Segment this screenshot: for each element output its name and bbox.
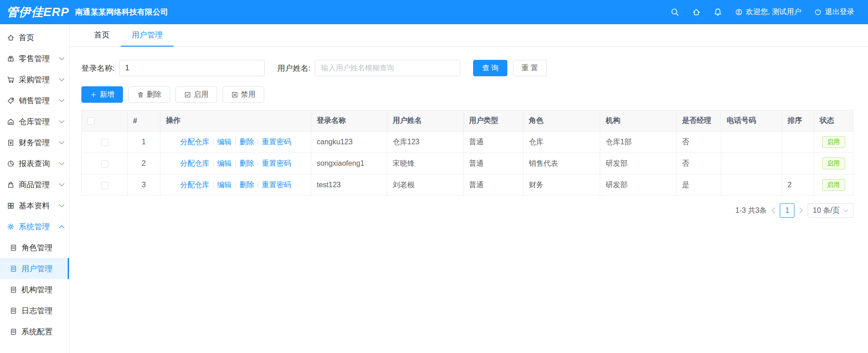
cell-org: 研发部 — [600, 174, 676, 196]
status-badge: 启用 — [822, 179, 845, 191]
sidebar-item-logs[interactable]: 日志管理 — [0, 300, 69, 321]
login-name-input[interactable] — [119, 60, 265, 76]
row-checkbox[interactable] — [101, 160, 108, 168]
edit-link[interactable]: 编辑 — [217, 138, 232, 146]
disable-button-label: 禁用 — [241, 90, 256, 100]
sidebar-item-label: 基本资料 — [19, 200, 50, 211]
sidebar-item-label: 系统管理 — [19, 221, 50, 232]
col-user-name: 用户姓名 — [387, 111, 463, 132]
sidebar-item-finance[interactable]: 财务管理 — [0, 132, 69, 153]
content: 登录名称: 用户姓名: 查 询 重 置 新增 删除 启用 — [69, 47, 868, 218]
chevron-left-icon — [771, 207, 775, 214]
tag-icon — [7, 97, 15, 105]
top-bar: 管伊佳ERP 南通某某网络科技有限公司 欢迎您, 测试用户 退出登录 — [0, 0, 868, 24]
gear-icon — [7, 223, 15, 231]
sidebar-item-retail[interactable]: 零售管理 — [0, 48, 69, 69]
user-circle-icon — [735, 8, 743, 16]
user-name-input[interactable] — [315, 60, 460, 76]
chevron-down-icon — [59, 120, 64, 123]
sidebar-item-warehouse[interactable]: 仓库管理 — [0, 111, 69, 132]
cell-name: 刘老根 — [387, 174, 463, 196]
cell-actions: 分配仓库编辑删除重置密码 — [160, 174, 311, 196]
reset-password-link[interactable]: 重置密码 — [262, 181, 291, 189]
col-is-manager: 是否经理 — [676, 111, 721, 132]
logout-button[interactable]: 退出登录 — [814, 7, 854, 17]
assign-warehouse-link[interactable]: 分配仓库 — [180, 159, 209, 167]
edit-link[interactable]: 编辑 — [217, 159, 232, 167]
delete-button[interactable]: 删除 — [128, 86, 170, 103]
toolbar: 新增 删除 启用 禁用 — [81, 86, 853, 103]
select-all-checkbox[interactable] — [87, 117, 95, 125]
row-checkbox[interactable] — [101, 182, 108, 189]
page-number-button[interactable]: 1 — [780, 203, 794, 218]
tab-home[interactable]: 首页 — [83, 24, 121, 47]
sidebar-item-users[interactable]: 用户管理 — [0, 258, 69, 279]
logout-icon — [814, 8, 822, 16]
document-icon — [10, 328, 17, 336]
divider — [258, 161, 258, 167]
login-name-label: 登录名称: — [81, 63, 115, 74]
reset-password-link[interactable]: 重置密码 — [262, 159, 291, 167]
sidebar-item-sales[interactable]: 销售管理 — [0, 90, 69, 111]
row-checkbox[interactable] — [101, 139, 108, 146]
edit-link[interactable]: 编辑 — [217, 181, 232, 189]
sidebar-item-home[interactable]: 首页 — [0, 27, 69, 48]
cell-phone — [721, 132, 782, 153]
delete-link[interactable]: 删除 — [240, 159, 254, 167]
finance-icon — [7, 139, 15, 147]
add-button[interactable]: 新增 — [81, 86, 123, 103]
divider — [258, 139, 258, 145]
assign-warehouse-link[interactable]: 分配仓库 — [180, 181, 209, 189]
sidebar-item-orgs[interactable]: 机构管理 — [0, 279, 69, 300]
home-icon[interactable] — [692, 8, 701, 16]
tab-bar: 首页 用户管理 — [69, 24, 868, 47]
delete-link[interactable]: 删除 — [240, 181, 254, 189]
divider — [258, 182, 258, 188]
divider — [213, 182, 213, 188]
status-badge: 启用 — [822, 136, 845, 148]
reset-button[interactable]: 重 置 — [513, 60, 547, 76]
pagination: 1-3 共3条 1 10 条/页 — [81, 203, 853, 218]
trash-icon — [137, 91, 144, 98]
tab-user-management[interactable]: 用户管理 — [121, 24, 174, 47]
delete-link[interactable]: 删除 — [240, 138, 254, 146]
divider — [213, 139, 213, 145]
cell-phone — [721, 174, 782, 196]
warehouse-icon — [7, 118, 15, 126]
page-size-select[interactable]: 10 条/页 — [808, 203, 853, 218]
sidebar-item-label: 角色管理 — [21, 242, 53, 253]
sidebar-item-system[interactable]: 系统管理 — [0, 216, 69, 237]
status-badge: 启用 — [822, 158, 845, 169]
user-welcome[interactable]: 欢迎您, 测试用户 — [735, 7, 801, 17]
sidebar-item-label: 销售管理 — [19, 95, 50, 106]
chevron-down-icon — [59, 183, 64, 186]
col-org: 机构 — [600, 111, 676, 132]
search-icon[interactable] — [671, 8, 679, 16]
sidebar-item-purchase[interactable]: 采购管理 — [0, 69, 69, 90]
next-page-button[interactable] — [799, 207, 803, 214]
enable-button[interactable]: 启用 — [176, 86, 217, 103]
assign-warehouse-link[interactable]: 分配仓库 — [180, 138, 209, 146]
app-logo: 管伊佳ERP — [0, 4, 69, 20]
sidebar-item-label: 仓库管理 — [19, 116, 50, 127]
sidebar-item-config[interactable]: 系统配置 — [0, 321, 69, 342]
col-phone: 电话号码 — [721, 111, 782, 132]
divider — [235, 139, 236, 145]
sidebar-item-roles[interactable]: 角色管理 — [0, 237, 69, 258]
col-sort: 排序 — [782, 111, 814, 132]
cell-actions: 分配仓库编辑删除重置密码 — [160, 153, 311, 174]
document-icon — [10, 244, 17, 252]
disable-button[interactable]: 禁用 — [223, 86, 264, 103]
chevron-down-icon — [59, 57, 64, 60]
cell-index: 3 — [128, 174, 160, 196]
sidebar-item-basicdata[interactable]: 基本资料 — [0, 195, 69, 216]
search-button[interactable]: 查 询 — [473, 60, 507, 76]
sidebar-item-products[interactable]: 商品管理 — [0, 174, 69, 195]
sidebar-item-reports[interactable]: 报表查询 — [0, 153, 69, 174]
col-index: # — [128, 111, 160, 132]
reset-password-link[interactable]: 重置密码 — [262, 138, 291, 146]
prev-page-button[interactable] — [771, 207, 775, 214]
sidebar-item-label: 首页 — [19, 32, 34, 43]
sidebar-item-label: 机构管理 — [21, 285, 53, 295]
bell-icon[interactable] — [714, 8, 722, 16]
